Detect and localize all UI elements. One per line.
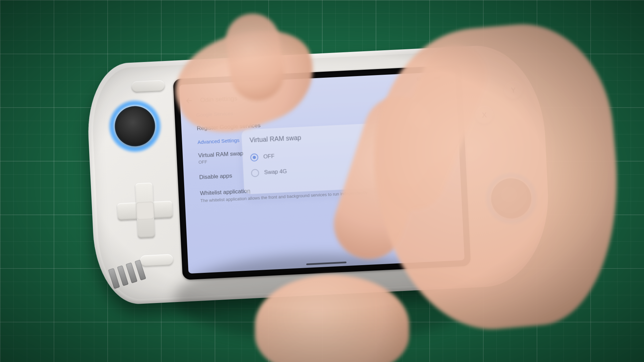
- right-analog-stick[interactable]: [490, 177, 532, 220]
- radio-selected-icon: [250, 153, 258, 161]
- radio-unselected-icon: [251, 169, 259, 177]
- option-label: Swap 4G: [264, 168, 287, 176]
- left-analog-stick[interactable]: [114, 105, 156, 147]
- screen[interactable]: 97% Odin settings Google Services Regist…: [179, 71, 465, 274]
- option-label: OFF: [263, 153, 275, 160]
- dialog-title: Virtual RAM swap: [249, 129, 406, 144]
- virtual-ram-swap-dialog: Virtual RAM swap OFF Swap 4G CLOSE: [241, 121, 416, 194]
- screen-bezel: 97% Odin settings Google Services Regist…: [173, 65, 471, 280]
- start-button[interactable]: [140, 254, 174, 267]
- dialog-close-button[interactable]: CLOSE: [391, 177, 408, 183]
- dpad[interactable]: [116, 181, 174, 239]
- select-button[interactable]: [131, 80, 165, 93]
- handheld-device: Y X 97%: [85, 43, 552, 306]
